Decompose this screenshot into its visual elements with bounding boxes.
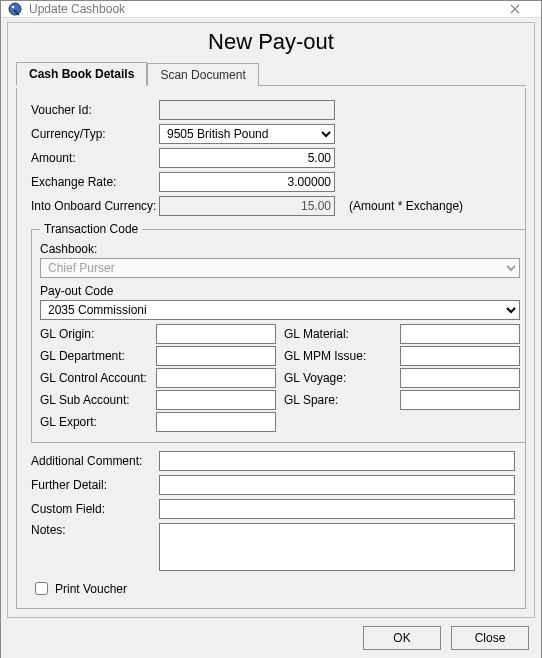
main-panel: New Pay-out Cash Book Details Scan Docum… (7, 22, 535, 618)
tabstrip: Cash Book Details Scan Document (16, 61, 526, 86)
tab-scan-document[interactable]: Scan Document (147, 63, 258, 86)
label-further-detail: Further Detail: (31, 478, 159, 492)
amount-field[interactable] (159, 148, 335, 168)
exchange-rate-field[interactable] (159, 172, 335, 192)
gl-origin-field[interactable] (156, 324, 276, 344)
currency-select[interactable]: 9505 British Pound (159, 124, 335, 144)
gl-material-field[interactable] (400, 324, 520, 344)
gl-mpm-issue-field[interactable] (400, 346, 520, 366)
gl-department-field[interactable] (156, 346, 276, 366)
window-title: Update Cashbook (29, 2, 495, 16)
update-cashbook-window: Update Cashbook New Pay-out Cash Book De… (0, 0, 542, 658)
app-icon (7, 1, 23, 17)
label-custom-field: Custom Field: (31, 502, 159, 516)
ok-button[interactable]: OK (363, 626, 441, 650)
label-gl-department: GL Department: (40, 349, 156, 363)
gl-sub-account-field[interactable] (156, 390, 276, 410)
amount-times-exchange-hint: (Amount * Exchange) (349, 199, 463, 213)
transaction-code-legend: Transaction Code (40, 222, 142, 236)
label-print-voucher: Print Voucher (55, 582, 127, 596)
label-gl-sub-account: GL Sub Account: (40, 393, 156, 407)
label-gl-material: GL Material: (284, 327, 400, 341)
label-gl-spare: GL Spare: (284, 393, 400, 407)
gl-export-field[interactable] (156, 412, 276, 432)
print-voucher-checkbox[interactable] (35, 582, 48, 595)
tab-cash-book-details[interactable]: Cash Book Details (16, 62, 147, 86)
svg-point-0 (9, 3, 21, 15)
into-onboard-currency-field (159, 196, 335, 216)
further-detail-field[interactable] (159, 475, 515, 495)
gl-spare-field[interactable] (400, 390, 520, 410)
window-close-button[interactable] (495, 1, 535, 17)
label-gl-voyage: GL Voyage: (284, 371, 400, 385)
close-button[interactable]: Close (451, 626, 529, 650)
label-payout-code: Pay-out Code (40, 284, 520, 298)
svg-point-1 (12, 6, 15, 9)
payout-code-select[interactable]: 2035 Commissioni (40, 300, 520, 320)
label-additional-comment: Additional Comment: (31, 454, 159, 468)
label-gl-export: GL Export: (40, 415, 156, 429)
voucher-id-field[interactable] (159, 100, 335, 120)
label-gl-mpm-issue: GL MPM Issue: (284, 349, 400, 363)
workarea: New Pay-out Cash Book Details Scan Docum… (1, 18, 541, 658)
transaction-code-group: Transaction Code Cashbook: Chief Purser … (31, 222, 526, 443)
label-gl-origin: GL Origin: (40, 327, 156, 341)
custom-field-field[interactable] (159, 499, 515, 519)
gl-voyage-field[interactable] (400, 368, 520, 388)
page-title: New Pay-out (16, 27, 526, 61)
cashbook-select: Chief Purser (40, 258, 520, 278)
label-cashbook: Cashbook: (40, 242, 520, 256)
label-notes: Notes: (31, 523, 159, 537)
label-voucher-id: Voucher Id: (31, 103, 159, 117)
label-exchange-rate: Exchange Rate: (31, 175, 159, 189)
label-amount: Amount: (31, 151, 159, 165)
gl-control-account-field[interactable] (156, 368, 276, 388)
button-bar: OK Close (7, 618, 535, 654)
label-into-onboard-currency: Into Onboard Currency: (31, 199, 159, 213)
label-currency: Currency/Typ: (31, 127, 159, 141)
notes-field[interactable] (159, 523, 515, 571)
titlebar: Update Cashbook (1, 1, 541, 18)
tab-body: Voucher Id: Currency/Typ: 9505 British P… (16, 88, 526, 609)
label-gl-control-account: GL Control Account: (40, 371, 156, 385)
additional-comment-field[interactable] (159, 451, 515, 471)
